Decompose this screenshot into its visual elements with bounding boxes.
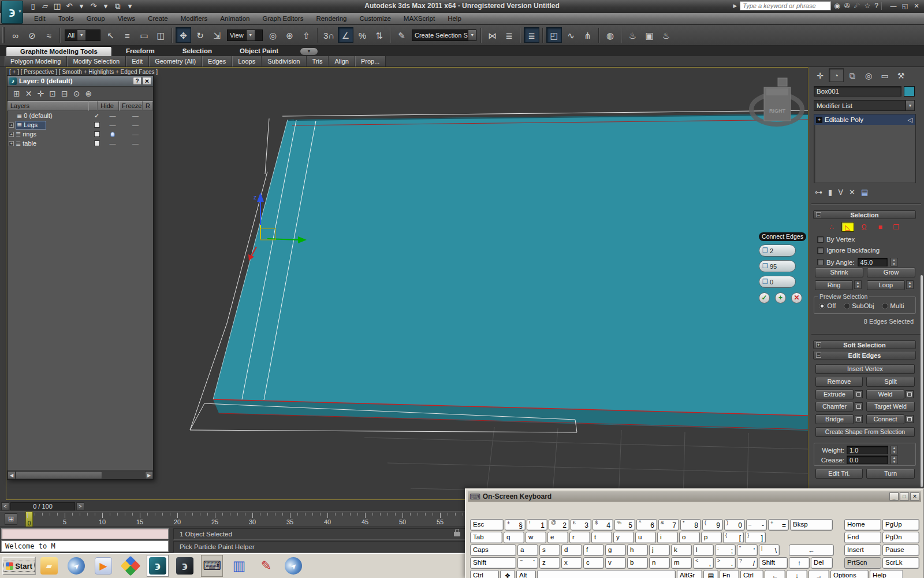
keyboard-shortcut-override-icon[interactable]: ⇧ bbox=[299, 27, 314, 43]
hierarchy-tab-icon[interactable]: ⧉ bbox=[845, 68, 860, 82]
menu-item[interactable]: Rendering bbox=[310, 13, 353, 24]
weld-settings-button[interactable] bbox=[906, 390, 914, 398]
osk-key-insert[interactable]: Insert bbox=[844, 544, 881, 556]
scroll-right-icon[interactable]: ▶ bbox=[145, 471, 153, 479]
osk-key-n[interactable]: n bbox=[649, 557, 670, 569]
osk-key-7[interactable]: &7 bbox=[658, 519, 679, 531]
menu-item[interactable]: Customize bbox=[353, 13, 397, 24]
osk-key-p[interactable]: p bbox=[701, 532, 722, 543]
show-end-result-icon[interactable]: ▮ bbox=[828, 188, 832, 197]
onscreen-keyboard-icon[interactable]: ⌨ bbox=[201, 555, 223, 577]
unlink-selection-icon[interactable]: ⊘ bbox=[24, 27, 40, 43]
expand-icon[interactable]: + bbox=[816, 117, 822, 123]
select-and-scale-icon[interactable]: ⇲ bbox=[209, 27, 225, 43]
delete-layer-icon[interactable]: ✕ bbox=[25, 89, 32, 98]
crease-field[interactable]: 0.0 bbox=[847, 455, 888, 464]
subscription-key-icon[interactable]: ✇ bbox=[844, 2, 850, 10]
osk-key-f[interactable]: f bbox=[583, 544, 604, 556]
chevron-down-icon[interactable]: ▼ bbox=[906, 101, 914, 110]
render-setup-icon[interactable]: ♨ bbox=[625, 27, 640, 43]
target-weld-button[interactable]: Target Weld bbox=[866, 402, 915, 412]
grow-button[interactable]: Grow bbox=[867, 268, 915, 277]
menu-item[interactable]: Graph Editors bbox=[256, 13, 310, 24]
select-and-rotate-icon[interactable]: ↻ bbox=[192, 27, 208, 43]
osk-key-o[interactable]: o bbox=[679, 532, 700, 543]
set-current-checkbox[interactable] bbox=[94, 140, 100, 146]
remove-button[interactable]: Remove bbox=[815, 377, 863, 387]
osk-key-sym[interactable]: <, bbox=[693, 557, 714, 569]
extrude-button[interactable]: Extrude bbox=[815, 390, 854, 399]
modifier-stack-item-editable-poly[interactable]: + Editable Poly ◁ bbox=[814, 114, 915, 125]
toggle-container-explorer-icon[interactable]: ◰ bbox=[546, 27, 562, 43]
make-unique-icon[interactable]: ∀ bbox=[838, 188, 843, 197]
modify-tab-icon[interactable]: ◔ bbox=[829, 68, 844, 82]
menu-item[interactable]: Views bbox=[111, 13, 141, 24]
osk-key-options[interactable]: Options bbox=[830, 570, 869, 578]
hidden-bulb-icon[interactable] bbox=[110, 132, 115, 137]
osk-key-sym[interactable]: |\ bbox=[759, 544, 780, 556]
osk-key-6[interactable]: ^6 bbox=[636, 519, 657, 531]
osk-key-ctrl[interactable]: Ctrl bbox=[470, 570, 499, 578]
layer-properties-icon[interactable]: ⊛ bbox=[85, 89, 92, 98]
osk-maximize-button[interactable]: □ bbox=[900, 492, 909, 501]
antivirus-icon[interactable] bbox=[120, 555, 141, 577]
select-and-link-icon[interactable]: ∞ bbox=[8, 27, 23, 43]
angle-spinner[interactable]: ▲▼ bbox=[891, 258, 898, 266]
freeze-toggle[interactable]: — bbox=[124, 131, 147, 138]
scrollbar-thumb[interactable] bbox=[16, 471, 102, 479]
3dsmax-icon[interactable]: ϶ bbox=[174, 555, 196, 577]
osk-key-c[interactable]: c bbox=[583, 557, 604, 569]
osk-close-button[interactable]: ✕ bbox=[910, 492, 919, 501]
osk-key-x[interactable]: x bbox=[561, 557, 582, 569]
osk-key-2[interactable]: @2 bbox=[549, 519, 569, 531]
material-editor-icon[interactable]: ◍ bbox=[602, 27, 618, 43]
osk-key-sym[interactable]: ±§ bbox=[505, 519, 526, 531]
horizontal-scrollbar[interactable]: ◀ ▶ bbox=[8, 470, 153, 479]
start-button[interactable]: Start bbox=[2, 557, 36, 575]
window-crossing-icon[interactable]: ◫ bbox=[153, 27, 169, 43]
maxscript-listener-output[interactable]: Welcome to M bbox=[1, 540, 169, 552]
pin-stack-icon[interactable]: ⊶ bbox=[815, 188, 822, 197]
spinner-snap-icon[interactable]: ⇅ bbox=[371, 27, 387, 43]
by-vertex-checkbox[interactable] bbox=[817, 236, 824, 243]
communication-center-icon[interactable]: ☄ bbox=[854, 2, 860, 10]
menu-item[interactable]: Group bbox=[80, 13, 111, 24]
polygon-subobject-icon[interactable]: ■ bbox=[874, 222, 886, 232]
angle-snap-icon[interactable]: ∠ bbox=[338, 27, 353, 43]
ring-button[interactable]: Ring bbox=[815, 280, 853, 290]
layer-dialog-titlebar[interactable]: ϶ Layer: 0 (default) ? ✕ bbox=[8, 76, 153, 87]
edit-named-selection-sets-icon[interactable]: ✎ bbox=[394, 27, 409, 43]
chevron-down-icon[interactable]: ▼ bbox=[246, 30, 255, 40]
osk-key-pgup[interactable]: PgUp bbox=[882, 519, 919, 531]
cancel-button[interactable]: ✕ bbox=[791, 292, 802, 303]
soft-selection-rollout-header[interactable]: + Soft Selection bbox=[813, 340, 916, 349]
open-mini-track-view-icon[interactable]: ⊞ bbox=[5, 513, 17, 525]
osk-key-altgr[interactable]: AltGr bbox=[677, 570, 702, 578]
apply-button[interactable]: + bbox=[775, 292, 786, 303]
osk-key-space[interactable] bbox=[537, 570, 676, 578]
scroll-left-icon[interactable]: ◀ bbox=[8, 471, 16, 479]
osk-key-s[interactable]: s bbox=[539, 544, 560, 556]
table-object[interactable] bbox=[213, 110, 808, 431]
turn-button[interactable]: Turn bbox=[866, 469, 915, 479]
connect-button[interactable]: Connect bbox=[866, 414, 904, 424]
osk-key-sym[interactable]: "' bbox=[737, 544, 758, 556]
ribbon-panel-button[interactable]: Modify Selection bbox=[67, 56, 126, 66]
object-color-swatch[interactable] bbox=[904, 86, 915, 97]
percent-snap-icon[interactable]: % bbox=[355, 27, 370, 43]
osk-key-menu[interactable]: ▤ bbox=[703, 570, 718, 578]
selection-filter-dropdown[interactable]: All ▼ bbox=[65, 29, 100, 41]
expand-icon[interactable]: + bbox=[9, 132, 14, 137]
osk-key-i[interactable]: i bbox=[657, 532, 678, 543]
osk-key-sym[interactable]: _- bbox=[746, 519, 767, 531]
menu-item[interactable]: Create bbox=[141, 13, 174, 24]
create-shape-from-selection-button[interactable]: Create Shape From Selection bbox=[815, 427, 915, 437]
restore-button[interactable]: ◱ bbox=[901, 2, 909, 10]
bridge-button[interactable]: Bridge bbox=[815, 414, 854, 424]
weld-button[interactable]: Weld bbox=[866, 390, 904, 399]
ribbon-panel-button[interactable]: Subdivision bbox=[262, 56, 306, 66]
osk-key-pgdn[interactable]: PgDn bbox=[882, 532, 919, 543]
current-layer-check[interactable]: ✓ bbox=[92, 112, 102, 120]
snaps-toggle-3d-icon[interactable]: 3∩ bbox=[321, 27, 337, 43]
layer-row-rings[interactable]: +≣rings — bbox=[8, 129, 153, 139]
